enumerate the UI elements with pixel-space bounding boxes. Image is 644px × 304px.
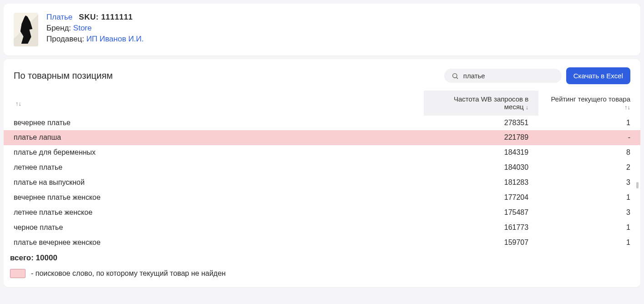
svg-line-1 (456, 77, 458, 79)
legend-swatch (10, 269, 25, 278)
cell-rank: 8 (538, 145, 640, 160)
product-image (14, 13, 38, 46)
legend-text: - поисковое слово, по которому текущий т… (31, 269, 226, 278)
scrollbar-thumb[interactable] (636, 182, 639, 188)
col-frequency-header[interactable]: Частота WB запросов в месяц↓ (424, 91, 538, 116)
cell-keyword: платье на выпускной (4, 175, 424, 190)
sort-down-icon: ↓ (526, 104, 529, 111)
table-row[interactable]: платье лапша221789- (4, 130, 640, 145)
sort-icon: ↑↓ (624, 104, 630, 111)
cell-keyword: летнее платье (4, 160, 424, 175)
cell-keyword: черное платье (4, 220, 424, 235)
totals-row: всего: 10000 (4, 250, 640, 266)
keywords-table: ↑↓ Частота WB запросов в месяц↓ Рейтинг … (4, 91, 640, 250)
product-brand: Бренд: Store (46, 24, 144, 33)
seller-link[interactable]: ИП Иванов И.И. (86, 35, 144, 43)
product-title-link[interactable]: Платье (46, 13, 72, 22)
search-field[interactable] (444, 69, 562, 83)
product-header: Платье SKU: 1111111 Бренд: Store Продаве… (4, 4, 640, 56)
cell-rank: 2 (538, 160, 640, 175)
sort-icon: ↑↓ (15, 100, 21, 107)
product-sku: SKU: 1111111 (79, 13, 132, 22)
cell-frequency: 184319 (424, 145, 538, 160)
cell-frequency: 161773 (424, 220, 538, 235)
brand-link[interactable]: Store (73, 24, 92, 32)
section-title: По товарным позициям (14, 71, 113, 81)
cell-frequency: 221789 (424, 130, 538, 145)
cell-frequency: 175487 (424, 205, 538, 220)
cell-keyword: платье для беременных (4, 145, 424, 160)
svg-point-0 (452, 73, 456, 77)
table-row[interactable]: платье на выпускной1812833 (4, 175, 640, 190)
cell-keyword: вечернее платье женское (4, 190, 424, 205)
table-row[interactable]: вечернее платье женское1772041 (4, 190, 640, 205)
search-input[interactable] (463, 72, 554, 80)
cell-keyword: платье вечернее женское (4, 235, 424, 250)
cell-rank: 1 (538, 190, 640, 205)
cell-rank: 1 (538, 220, 640, 235)
keywords-panel: По товарным позициям Скачать в Excel ↑↓ … (4, 59, 640, 287)
cell-rank: 3 (538, 175, 640, 190)
cell-frequency: 177204 (424, 190, 538, 205)
cell-keyword: летнее платье женское (4, 205, 424, 220)
cell-rank: 3 (538, 205, 640, 220)
table-row[interactable]: летнее платье женское1754873 (4, 205, 640, 220)
table-row[interactable]: летнее платье1840302 (4, 160, 640, 175)
table-row[interactable]: черное платье1617731 (4, 220, 640, 235)
download-excel-button[interactable]: Скачать в Excel (566, 67, 630, 84)
legend: - поисковое слово, по которому текущий т… (4, 266, 640, 280)
table-row[interactable]: вечернее платье2783511 (4, 116, 640, 131)
cell-rank: 1 (538, 235, 640, 250)
cell-keyword: вечернее платье (4, 116, 424, 131)
cell-frequency: 159707 (424, 235, 538, 250)
product-meta: Платье SKU: 1111111 Бренд: Store Продаве… (46, 13, 144, 44)
product-seller: Продавец: ИП Иванов И.И. (46, 35, 144, 44)
cell-frequency: 184030 (424, 160, 538, 175)
cell-keyword: платье лапша (4, 130, 424, 145)
cell-rank: - (538, 130, 640, 145)
col-keyword-header[interactable]: ↑↓ (4, 91, 424, 116)
col-rank-header[interactable]: Рейтинг текущего товара↑↓ (538, 91, 640, 116)
cell-rank: 1 (538, 116, 640, 131)
table-row[interactable]: платье для беременных1843198 (4, 145, 640, 160)
search-icon (451, 72, 459, 80)
cell-frequency: 278351 (424, 116, 538, 131)
cell-frequency: 181283 (424, 175, 538, 190)
table-row[interactable]: платье вечернее женское1597071 (4, 235, 640, 250)
